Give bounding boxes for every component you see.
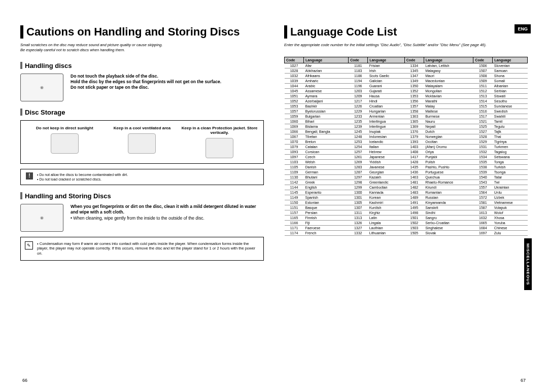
- right-sub: Enter the appropriate code number for th…: [284, 43, 528, 48]
- left-title: Cautions on Handling and Storing Discs: [20, 25, 264, 39]
- table-header: Language: [493, 57, 528, 63]
- eng-badge: ENG: [515, 24, 531, 33]
- handling-text: Do not touch the playback side of the di…: [71, 74, 221, 91]
- page-num-left: 66: [22, 378, 27, 383]
- right-page: ENG MISCELLANEOUS Language Code List Ent…: [284, 25, 528, 261]
- table-row: 1149Spanish1301Korean1489Russian1572Uzbe…: [285, 195, 528, 200]
- right-title: Language Code List: [284, 25, 528, 39]
- hand-icon: ✎: [25, 241, 33, 250]
- table-row: 1066Bengali; Bangla1245Inupiak1376Dutch1…: [285, 129, 528, 134]
- table-row: 1093Corsican1257Hebrew1408Oriya1532Tagal…: [285, 149, 528, 154]
- table-row: 1142Greek1298Greenlandic1481Rhaeto-Roman…: [285, 180, 528, 185]
- table-row: 1157Persian1311Kirghiz1498Sindhi1613Wolo…: [285, 210, 528, 215]
- lang-table: CodeLanguageCodeLanguageCodeLanguageCode…: [284, 57, 528, 236]
- table-header: Code: [404, 57, 424, 63]
- table-row: 1145Esperanto1300Kannada1483Romanian1564…: [285, 190, 528, 195]
- table-row: 1174French1332Lithuanian1505Slovak1697Zu…: [285, 230, 528, 235]
- alert-icon: !: [26, 172, 33, 180]
- h-handstore: Handling and Storing Discs: [20, 192, 264, 200]
- table-row: 1067Tibetan1248Indonesian1379Norwegian15…: [285, 134, 528, 139]
- table-header: Code: [349, 57, 368, 63]
- h-handling: Handling discs: [20, 62, 264, 69]
- table-row: 1151Basque1307Kurdish1495Sanskrit1587Vol…: [285, 205, 528, 210]
- table-row: 1171Faeroese1327Laothian1503Singhalese16…: [285, 225, 528, 230]
- table-header: Code: [473, 57, 493, 63]
- condensation-note: ✎ • Condensation may form if warm air co…: [20, 237, 264, 261]
- table-row: 1144English1299Cambodian1482Kirundi1557U…: [285, 185, 528, 190]
- table-row: 1130Bhutani1297Kazakh1463Quechua1540Tata…: [285, 174, 528, 180]
- table-row: 1044Arabic1196Guarani1350Malayalam1511Al…: [285, 83, 528, 88]
- table-header: Language: [424, 57, 473, 63]
- clean-text: When you get fingerprints or dirt on the…: [71, 204, 264, 221]
- table-row: 1060Bihari1235Interlingua1365Nauru1521Ta…: [285, 119, 528, 124]
- table-header: Language: [304, 57, 349, 63]
- table-row: 1097Czech1261Japanese1417Punjabi1534Sets…: [285, 154, 528, 159]
- h-storage: Disc Storage: [20, 109, 264, 116]
- page-num-right: 67: [521, 378, 526, 383]
- table-row: 1027Afar1181Frisian1334Latvian, Lettish1…: [285, 63, 528, 68]
- table-row: 1166Fiji1326Lingala1502Serbo-Croatian166…: [285, 220, 528, 225]
- table-row: 1045Assamese1203Gujarati1352Mongolian151…: [285, 88, 528, 93]
- storage-box: Do not keep in direct sunlight Keep in a…: [20, 120, 264, 164]
- table-row: 1039Amharic1194Galician1349Macedonian150…: [285, 78, 528, 83]
- disc-hand-icon: ◉: [20, 74, 63, 101]
- table-row: 1150Estonian1305Kashmiri1491Kinyarwanda1…: [285, 200, 528, 205]
- table-row: 1109German1287Georgian1436Portuguese1539…: [285, 169, 528, 174]
- vent-icon: [128, 133, 156, 154]
- jacket-icon: [206, 138, 233, 158]
- table-row: 1053Bashkir1226Croatian1357Malay1515Sund…: [285, 103, 528, 109]
- table-row: 1070Breton1253Icelandic1393Occitan1529Ti…: [285, 139, 528, 144]
- table-row: 1079Catalan1254Italian1403(Afan) Oromo15…: [285, 144, 528, 149]
- table-row: 1165Finnish1313Latin1501Sangro1632Xhosa: [285, 215, 528, 220]
- table-row: 1059Bulgarian1233Armenian1363Burmese1517…: [285, 114, 528, 119]
- table-row: 1103Welsh1269Yiddish1428Polish1535Tonga: [285, 159, 528, 164]
- table-row: 1052Azerbaijani1217Hindi1356Marathi1514S…: [285, 98, 528, 103]
- left-subtitle: Small scratches on the disc may reduce s…: [20, 43, 264, 53]
- clean-disc-icon: ◉: [20, 204, 63, 232]
- table-row: 1028Abkhazian1183Irish1345Malagasy1507Sa…: [285, 68, 528, 73]
- sun-icon: [51, 133, 79, 154]
- table-row: 1069Bislama1239Interlingue1369Nepali1525…: [285, 124, 528, 129]
- left-page: Cautions on Handling and Storing Discs S…: [20, 25, 264, 261]
- table-row: 1057Byelorussian1229Hungarian1358Maltese…: [285, 109, 528, 114]
- note-box: ! • Do not allow the discs to become con…: [20, 169, 264, 185]
- table-row: 1032Afrikaans1186Scots Gaelic1347Maori15…: [285, 73, 528, 78]
- table-row: 1051Aymara1209Hausa1353Moldavian1513Sisw…: [285, 93, 528, 98]
- table-header: Code: [285, 57, 304, 63]
- table-header: Language: [368, 57, 405, 63]
- misc-tab: MISCELLANEOUS: [524, 238, 532, 290]
- table-row: 1105Danish1283Javanese1435Pashto, Pushto…: [285, 164, 528, 169]
